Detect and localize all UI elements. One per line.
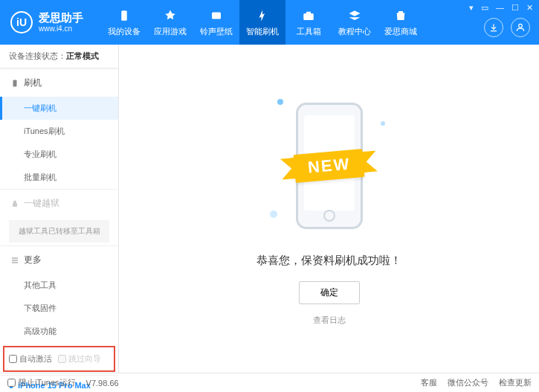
ok-button[interactable]: 确定 bbox=[299, 281, 360, 304]
window-skin-icon[interactable]: ▭ bbox=[481, 3, 488, 13]
device-status: 设备连接状态：正常模式 bbox=[0, 45, 118, 68]
window-close-icon[interactable]: ✕ bbox=[526, 3, 533, 13]
svg-rect-0 bbox=[121, 10, 127, 21]
sidebar-group-more[interactable]: 更多 bbox=[0, 245, 118, 274]
window-minimize-icon[interactable]: — bbox=[496, 3, 504, 13]
logo-icon: iU bbox=[10, 11, 33, 33]
checkbox-block-itunes[interactable]: 阻止iTunes运行 bbox=[7, 377, 76, 388]
sidebar-item-othertools[interactable]: 其他工具 bbox=[0, 274, 118, 297]
nav-tutorials[interactable]: 教程中心 bbox=[332, 0, 378, 45]
app-title: 爱思助手 bbox=[39, 11, 83, 25]
window-menu-icon[interactable]: ▾ bbox=[469, 3, 474, 13]
nav-my-device[interactable]: 我的设备 bbox=[101, 0, 147, 45]
footer-support[interactable]: 客服 bbox=[421, 377, 437, 388]
checkbox-skip-setup[interactable]: 跳过向导 bbox=[58, 353, 101, 364]
nav-toolbox[interactable]: 工具箱 bbox=[285, 0, 332, 45]
sidebar-item-advanced[interactable]: 高级功能 bbox=[0, 320, 118, 343]
new-banner: NEW bbox=[293, 149, 364, 183]
sidebar-item-batch[interactable]: 批量刷机 bbox=[0, 166, 118, 189]
version-label: V7.98.66 bbox=[86, 379, 119, 388]
download-icon[interactable] bbox=[484, 18, 503, 37]
svg-rect-4 bbox=[13, 80, 17, 86]
footer-wechat[interactable]: 微信公众号 bbox=[448, 377, 488, 388]
activation-options: 自动激活 跳过向导 bbox=[3, 346, 115, 372]
nav-flash[interactable]: 智能刷机 bbox=[239, 0, 285, 45]
user-icon[interactable] bbox=[511, 18, 530, 37]
nav-apps[interactable]: 应用游戏 bbox=[147, 0, 193, 45]
svg-point-3 bbox=[519, 24, 523, 28]
nav-store[interactable]: 爱思商城 bbox=[378, 0, 424, 45]
svg-rect-1 bbox=[212, 12, 221, 19]
success-illustration: NEW bbox=[262, 91, 396, 240]
success-message: 恭喜您，保资料刷机成功啦！ bbox=[256, 254, 401, 268]
sidebar-item-itunes[interactable]: iTunes刷机 bbox=[0, 120, 118, 143]
app-url: www.i4.cn bbox=[39, 25, 83, 33]
checkbox-auto-activate[interactable]: 自动激活 bbox=[9, 353, 52, 364]
footer-update[interactable]: 检查更新 bbox=[499, 377, 532, 388]
sidebar-group-flash[interactable]: 刷机 bbox=[0, 68, 118, 97]
jailbreak-moved-note: 越狱工具已转移至工具箱 bbox=[9, 220, 109, 242]
app-logo: iU 爱思助手 www.i4.cn bbox=[0, 11, 94, 33]
nav-ringtones[interactable]: 铃声壁纸 bbox=[193, 0, 239, 45]
svg-rect-2 bbox=[303, 13, 314, 20]
svg-rect-5 bbox=[13, 203, 17, 207]
sidebar-item-firmware[interactable]: 下载固件 bbox=[0, 297, 118, 320]
window-maximize-icon[interactable]: ☐ bbox=[511, 3, 519, 13]
sidebar-item-oneclick[interactable]: 一键刷机 bbox=[0, 97, 118, 120]
sidebar-group-jailbreak: 一键越狱 bbox=[0, 189, 118, 217]
sidebar-item-pro[interactable]: 专业刷机 bbox=[0, 143, 118, 166]
view-log-link[interactable]: 查看日志 bbox=[313, 315, 346, 326]
